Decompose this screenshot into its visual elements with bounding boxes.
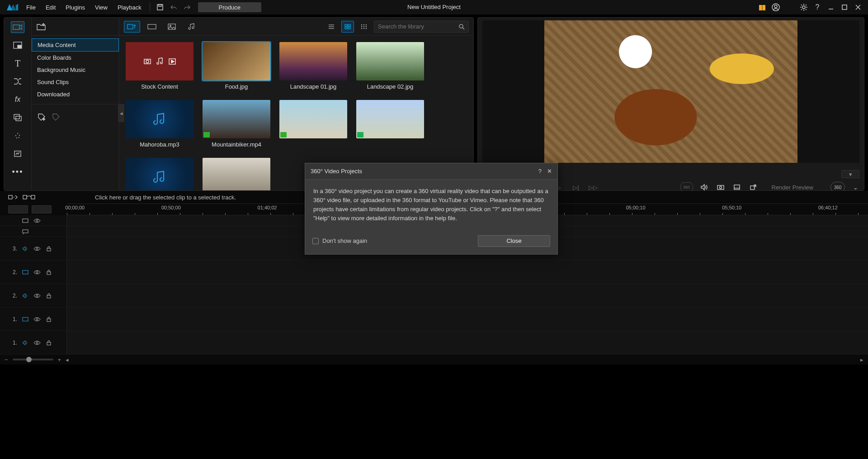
filter-video-icon[interactable] [144,21,160,33]
dialog-close-icon[interactable]: ✕ [547,168,552,175]
checkbox-icon[interactable] [312,238,319,244]
media-item[interactable] [126,158,193,190]
view-grid-large-icon[interactable] [341,21,354,33]
timeline-tool-link-icon[interactable] [23,194,35,201]
media-item[interactable]: Mahoroba.mp3 [126,100,193,148]
room-media-icon[interactable] [11,21,24,33]
dialog-help-icon[interactable]: ? [538,168,542,175]
save-icon[interactable] [154,1,166,14]
filter-media-icon[interactable] [124,21,140,33]
media-item[interactable]: Landscape 01.jpg [279,42,347,90]
svg-rect-74 [47,319,51,322]
thumb-stock[interactable] [126,42,193,80]
thumb-video[interactable] [203,158,270,190]
room-rail: T fx ••• [4,18,31,190]
track-lock-icon[interactable] [45,245,52,252]
track-visibility-icon[interactable] [33,217,41,224]
maximize-icon[interactable] [838,1,851,14]
svg-rect-37 [345,27,347,29]
media-item[interactable]: Landscape 02.jpg [356,42,424,90]
svg-point-39 [361,24,362,25]
produce-button[interactable]: Produce [198,2,261,12]
media-item[interactable] [279,100,347,148]
tag-icon[interactable] [52,113,61,122]
dialog-dont-show-checkbox[interactable]: Don't show again [312,237,367,244]
media-item[interactable]: Mountainbiker.mp4 [203,100,270,148]
undo-icon[interactable] [167,1,180,14]
filter-image-icon[interactable] [164,21,180,33]
track-lock-icon[interactable] [45,269,52,276]
category-media-content[interactable]: Media Content [32,38,119,52]
track-lane[interactable] [67,260,868,284]
account-icon[interactable] [769,1,782,14]
media-item[interactable] [356,100,424,148]
render-preview-button[interactable]: Render Preview [764,183,821,192]
import-button[interactable] [32,18,119,36]
track-visibility-icon[interactable] [33,339,41,346]
filter-audio-icon[interactable] [184,21,200,33]
track-view-mode-a[interactable] [8,205,28,213]
room-title-icon[interactable]: T [11,57,24,69]
track-visibility-icon[interactable] [33,292,41,299]
zoom-in-icon[interactable]: + [58,356,61,363]
gear-icon[interactable] [797,1,810,14]
menu-edit[interactable]: Edit [41,0,60,14]
menu-plugins[interactable]: Plugins [61,0,90,14]
scroll-right-icon[interactable]: ▸ [860,356,863,363]
add-tag-icon[interactable]: + [37,113,46,122]
media-item[interactable] [203,158,270,190]
track-lock-icon[interactable] [45,316,52,323]
dialog-360: 360° Video Projects ? ✕ In a 360° video … [305,163,558,255]
thumb-food[interactable] [203,42,270,80]
category-sound-clips[interactable]: Sound Clips [32,76,119,88]
media-item[interactable]: Food.jpg [203,42,270,90]
dialog-close-button[interactable]: Close [478,235,550,247]
close-window-icon[interactable] [852,1,864,14]
search-icon[interactable] [458,24,465,30]
media-item[interactable]: Stock Content [126,42,193,90]
room-audio-icon[interactable] [11,148,24,160]
track-lane[interactable] [67,284,868,307]
thumb-video[interactable] [279,100,347,138]
thumb-video[interactable] [356,100,424,138]
thumb-landscape2[interactable] [356,42,424,80]
scroll-left-icon[interactable]: ◂ [66,356,69,363]
timeline-tool-split-icon[interactable] [8,194,18,201]
room-particle-icon[interactable] [11,130,24,142]
menu-view[interactable]: View [90,0,112,14]
gift-icon[interactable] [756,1,769,14]
thumb-landscape1[interactable] [279,42,347,80]
room-fx-icon[interactable]: fx [11,94,24,105]
track-lock-icon[interactable] [45,292,52,299]
thumb-audio[interactable] [126,158,193,190]
track-visibility-icon[interactable] [33,316,41,323]
track-visibility-icon[interactable] [33,245,41,252]
category-color-boards[interactable]: Color Boards [32,52,119,64]
menu-file[interactable]: File [22,0,40,14]
category-downloaded[interactable]: Downloaded [32,88,119,100]
thumb-video[interactable] [203,100,270,138]
track-lock-icon[interactable] [45,339,52,346]
help-icon[interactable]: ? [811,1,824,14]
track-audio-icon [22,245,29,252]
room-transition-icon[interactable] [11,76,24,87]
zoom-slider[interactable] [13,359,53,360]
view-grid-small-icon[interactable] [358,21,370,33]
menu-playback[interactable]: Playback [113,0,146,14]
category-background-music[interactable]: Background Music [32,64,119,76]
seek-options-dropdown[interactable]: ▾ [841,170,859,178]
redo-icon[interactable] [181,1,193,14]
thumb-audio[interactable] [126,100,193,138]
search-input[interactable] [378,23,456,30]
minimize-icon[interactable] [825,1,837,14]
room-overlay-icon[interactable] [11,112,24,123]
view-list-icon[interactable] [325,21,338,33]
track-lane[interactable] [67,308,868,331]
room-pip-icon[interactable] [11,39,24,51]
track-lane[interactable] [67,331,868,354]
track-visibility-icon[interactable] [33,269,41,276]
track-view-mode-b[interactable] [32,205,52,213]
zoom-out-icon[interactable]: − [5,356,8,363]
room-more-icon[interactable]: ••• [11,166,24,178]
library-search[interactable] [374,21,469,33]
